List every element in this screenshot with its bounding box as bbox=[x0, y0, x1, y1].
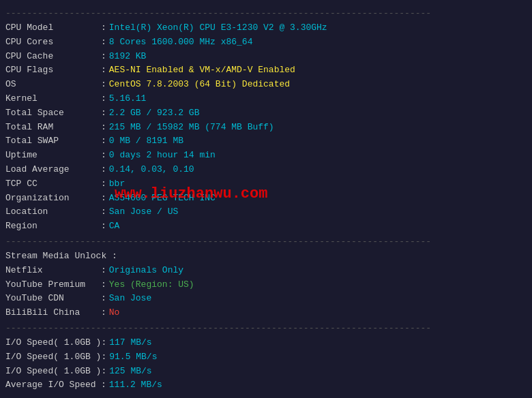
label-bilibili: BiliBili China bbox=[5, 306, 101, 320]
label-io1: I/O Speed( 1.0GB ) bbox=[5, 336, 101, 350]
row-io1: I/O Speed( 1.0GB ) : 117 MB/s bbox=[5, 336, 527, 350]
colon-organization: : bbox=[101, 192, 106, 206]
label-total-ram: Total RAM bbox=[5, 121, 101, 135]
colon-total-space: : bbox=[101, 106, 106, 121]
value-total-space: 2.2 GB / 923.2 GB bbox=[109, 106, 200, 121]
row-youtube-cdn: YouTube CDN : San Jose bbox=[5, 292, 527, 306]
value-kernel: 5.16.11 bbox=[109, 92, 147, 106]
value-os: CentOS 7.8.2003 (64 Bit) Dedicated bbox=[109, 78, 290, 92]
colon-bilibili: : bbox=[101, 306, 106, 320]
row-load-average: Load Average : 0.14, 0.03, 0.10 bbox=[5, 163, 527, 177]
label-io3: I/O Speed( 1.0GB ) bbox=[5, 365, 101, 379]
value-io1: 117 MB/s bbox=[109, 336, 151, 350]
colon-load-average: : bbox=[101, 163, 106, 177]
colon-avg-io: : bbox=[101, 378, 106, 393]
row-kernel: Kernel : 5.16.11 bbox=[5, 92, 527, 106]
label-netflix: Netflix bbox=[5, 264, 101, 278]
row-uptime: Uptime : 0 days 2 hour 14 min bbox=[5, 149, 527, 163]
label-tcp-cc: TCP CC bbox=[5, 177, 101, 192]
row-region: Region : CA bbox=[5, 219, 527, 234]
colon-io2: : bbox=[101, 350, 106, 365]
label-total-swap: Total SWAP bbox=[5, 134, 101, 149]
colon-youtube-premium: : bbox=[101, 278, 106, 292]
row-total-space: Total Space : 2.2 GB / 923.2 GB bbox=[5, 106, 527, 121]
value-netflix: Originals Only bbox=[109, 264, 183, 278]
stream-header-text: Stream Media Unlock : bbox=[5, 249, 117, 264]
label-io2: I/O Speed( 1.0GB ) bbox=[5, 350, 101, 365]
stream-header: Stream Media Unlock : bbox=[5, 249, 527, 264]
colon-cpu-cores: : bbox=[101, 35, 106, 50]
row-cpu-cores: CPU Cores : 8 Cores 1600.000 MHz x86_64 bbox=[5, 35, 527, 50]
label-load-average: Load Average bbox=[5, 163, 101, 177]
row-cpu-flags: CPU Flags : AES-NI Enabled & VM-x/AMD-V … bbox=[5, 63, 527, 78]
value-bilibili: No bbox=[109, 306, 120, 320]
row-location: Location : San Jose / US bbox=[5, 205, 527, 219]
colon-location: : bbox=[101, 205, 106, 219]
value-cpu-model: Intel(R) Xeon(R) CPU E3-1230 V2 @ 3.30GH… bbox=[109, 21, 327, 35]
terminal-output: ----------------------------------------… bbox=[5, 8, 527, 398]
divider-geekbench: ----------------------------------------… bbox=[5, 395, 527, 398]
value-location: San Jose / US bbox=[109, 205, 178, 219]
row-os: OS : CentOS 7.8.2003 (64 Bit) Dedicated bbox=[5, 78, 527, 92]
label-os: OS bbox=[5, 78, 101, 92]
colon-cpu-cache: : bbox=[101, 50, 106, 64]
colon-youtube-cdn: : bbox=[101, 292, 106, 306]
label-cpu-cores: CPU Cores bbox=[5, 35, 101, 50]
colon-cpu-model: : bbox=[101, 21, 106, 35]
divider-top: ----------------------------------------… bbox=[5, 8, 527, 18]
value-load-average: 0.14, 0.03, 0.10 bbox=[109, 163, 194, 177]
row-cpu-cache: CPU Cache : 8192 KB bbox=[5, 50, 527, 64]
colon-netflix: : bbox=[101, 264, 106, 278]
value-cpu-cores: 8 Cores 1600.000 MHz x86_64 bbox=[109, 35, 253, 50]
colon-cpu-flags: : bbox=[101, 63, 106, 78]
value-total-ram: 215 MB / 15982 MB (774 MB Buff) bbox=[109, 121, 274, 135]
label-cpu-flags: CPU Flags bbox=[5, 63, 101, 78]
colon-os: : bbox=[101, 78, 106, 92]
row-avg-io: Average I/O Speed : 111.2 MB/s bbox=[5, 378, 527, 393]
label-kernel: Kernel bbox=[5, 92, 101, 106]
label-cpu-model: CPU Model bbox=[5, 21, 101, 35]
colon-io3: : bbox=[101, 365, 106, 379]
divider-io: ----------------------------------------… bbox=[5, 323, 527, 333]
label-avg-io: Average I/O Speed bbox=[5, 378, 101, 393]
row-total-swap: Total SWAP : 0 MB / 8191 MB bbox=[5, 134, 527, 149]
value-cpu-flags: AES-NI Enabled & VM-x/AMD-V Enabled bbox=[109, 63, 295, 78]
value-region: CA bbox=[109, 219, 120, 234]
row-bilibili: BiliBili China : No bbox=[5, 306, 527, 320]
value-uptime: 0 days 2 hour 14 min bbox=[109, 149, 216, 163]
label-total-space: Total Space bbox=[5, 106, 101, 121]
divider-stream: ----------------------------------------… bbox=[5, 236, 527, 247]
colon-total-swap: : bbox=[101, 134, 106, 149]
label-cpu-cache: CPU Cache bbox=[5, 50, 101, 64]
label-region: Region bbox=[5, 219, 101, 234]
colon-tcp-cc: : bbox=[101, 177, 106, 192]
colon-region: : bbox=[101, 219, 106, 234]
colon-uptime: : bbox=[101, 149, 106, 163]
label-youtube-cdn: YouTube CDN bbox=[5, 292, 101, 306]
label-location: Location bbox=[5, 205, 101, 219]
colon-io1: : bbox=[101, 336, 106, 350]
row-io3: I/O Speed( 1.0GB ) : 125 MB/s bbox=[5, 365, 527, 379]
value-youtube-cdn: San Jose bbox=[109, 292, 151, 306]
colon-total-ram: : bbox=[101, 121, 106, 135]
value-io2: 91.5 MB/s bbox=[109, 350, 157, 365]
value-cpu-cache: 8192 KB bbox=[109, 50, 147, 64]
value-youtube-premium: Yes (Region: US) bbox=[109, 278, 194, 292]
io-section: I/O Speed( 1.0GB ) : 117 MB/s I/O Speed(… bbox=[5, 336, 527, 393]
row-netflix: Netflix : Originals Only bbox=[5, 264, 527, 278]
system-section: CPU Model : Intel(R) Xeon(R) CPU E3-1230… bbox=[5, 21, 527, 234]
row-youtube-premium: YouTube Premium : Yes (Region: US) bbox=[5, 278, 527, 292]
row-tcp-cc: TCP CC : bbr bbox=[5, 177, 527, 192]
label-uptime: Uptime bbox=[5, 149, 101, 163]
value-avg-io: 111.2 MB/s bbox=[109, 378, 162, 393]
row-io2: I/O Speed( 1.0GB ) : 91.5 MB/s bbox=[5, 350, 527, 365]
label-youtube-premium: YouTube Premium bbox=[5, 278, 101, 292]
value-io3: 125 MB/s bbox=[109, 365, 151, 379]
value-tcp-cc: bbr bbox=[109, 177, 125, 192]
stream-section: Stream Media Unlock : Netflix : Original… bbox=[5, 249, 527, 320]
row-organization: Organization : AS54600 PEG TECH INC bbox=[5, 192, 527, 206]
row-total-ram: Total RAM : 215 MB / 15982 MB (774 MB Bu… bbox=[5, 121, 527, 135]
colon-kernel: : bbox=[101, 92, 106, 106]
value-total-swap: 0 MB / 8191 MB bbox=[109, 134, 183, 149]
value-organization: AS54600 PEG TECH INC bbox=[109, 192, 216, 206]
